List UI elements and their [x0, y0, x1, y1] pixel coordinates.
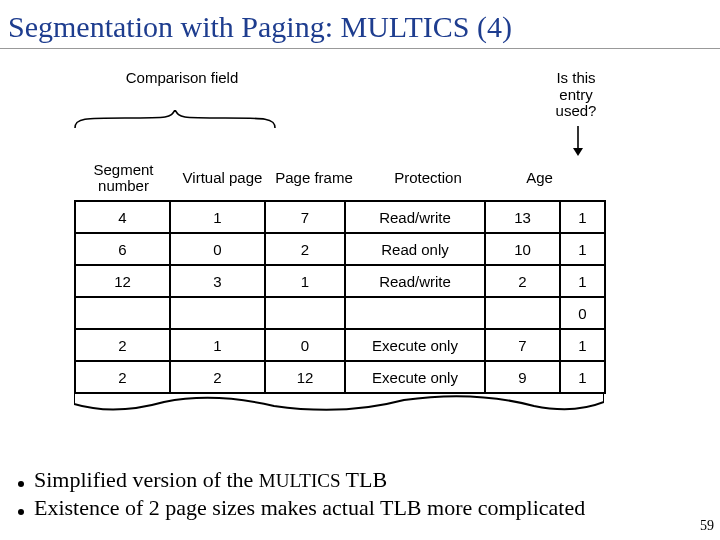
cell-frame: 0: [265, 329, 345, 361]
cell-prot: [345, 297, 485, 329]
cell-frame: 2: [265, 233, 345, 265]
cell-used: 1: [560, 265, 605, 297]
cell-vpage: 3: [170, 265, 265, 297]
tlb-table: 4 1 7 Read/write 13 1 6 0 2 Read only 10…: [74, 200, 606, 394]
cell-vpage: 1: [170, 201, 265, 233]
cell-vpage: 1: [170, 329, 265, 361]
col-header-protection: Protection: [356, 156, 500, 200]
col-header-segment: Segment number: [74, 156, 173, 200]
slide-title: Segmentation with Paging: MULTICS (4): [0, 0, 720, 49]
bullet-text: Simplified version of the MULTICS TLB: [34, 466, 387, 494]
table-row: 6 0 2 Read only 10 1: [75, 233, 605, 265]
cell-vpage: [170, 297, 265, 329]
cell-seg: 2: [75, 361, 170, 393]
cell-seg: [75, 297, 170, 329]
cell-frame: 1: [265, 265, 345, 297]
cell-prot: Read only: [345, 233, 485, 265]
cell-used: 1: [560, 329, 605, 361]
slide: Segmentation with Paging: MULTICS (4) Co…: [0, 0, 720, 540]
col-header-vpage: Virtual page: [173, 156, 272, 200]
comparison-field-label: Comparison field: [122, 70, 242, 87]
bullet-1-smallcaps: MULTICS: [259, 470, 341, 491]
cell-age: 7: [485, 329, 560, 361]
cell-seg: 4: [75, 201, 170, 233]
bullet-dot-icon: [18, 509, 24, 515]
torn-edge-icon: [74, 394, 604, 416]
brace-icon: [74, 110, 276, 130]
tlb-figure: Comparison field Is this entry used? Seg…: [74, 70, 634, 416]
cell-age: 9: [485, 361, 560, 393]
bullet-text: Existence of 2 page sizes makes actual T…: [34, 494, 585, 522]
cell-age: [485, 297, 560, 329]
col-header-used: [579, 156, 628, 200]
bullet-1-prefix: Simplified version of the: [34, 467, 259, 492]
arrow-down-icon: [572, 126, 584, 156]
bullet-item: Existence of 2 page sizes makes actual T…: [18, 494, 698, 522]
cell-vpage: 0: [170, 233, 265, 265]
bullet-dot-icon: [18, 481, 24, 487]
col-header-frame: Page frame: [272, 156, 356, 200]
cell-seg: 6: [75, 233, 170, 265]
table-row: 2 2 12 Execute only 9 1: [75, 361, 605, 393]
svg-marker-1: [573, 148, 583, 156]
bullet-item: Simplified version of the MULTICS TLB: [18, 466, 698, 494]
cell-age: 10: [485, 233, 560, 265]
table-row: 4 1 7 Read/write 13 1: [75, 201, 605, 233]
cell-frame: [265, 297, 345, 329]
cell-prot: Read/write: [345, 201, 485, 233]
cell-used: 1: [560, 201, 605, 233]
cell-frame: 12: [265, 361, 345, 393]
cell-prot: Execute only: [345, 329, 485, 361]
cell-seg: 12: [75, 265, 170, 297]
used-label: Is this entry used?: [546, 70, 606, 120]
cell-frame: 7: [265, 201, 345, 233]
bullet-list: Simplified version of the MULTICS TLB Ex…: [18, 466, 698, 521]
table-header-row: Segment number Virtual page Page frame P…: [74, 156, 634, 200]
table-row: 12 3 1 Read/write 2 1: [75, 265, 605, 297]
cell-seg: 2: [75, 329, 170, 361]
table-row: 2 1 0 Execute only 7 1: [75, 329, 605, 361]
bullet-1-suffix: TLB: [341, 467, 388, 492]
table-row: 0: [75, 297, 605, 329]
cell-used: 1: [560, 361, 605, 393]
cell-age: 2: [485, 265, 560, 297]
cell-used: 1: [560, 233, 605, 265]
cell-prot: Execute only: [345, 361, 485, 393]
cell-vpage: 2: [170, 361, 265, 393]
cell-used: 0: [560, 297, 605, 329]
figure-annotations: Comparison field Is this entry used?: [74, 70, 634, 156]
col-header-age: Age: [500, 156, 579, 200]
cell-age: 13: [485, 201, 560, 233]
page-number: 59: [700, 518, 714, 534]
cell-prot: Read/write: [345, 265, 485, 297]
